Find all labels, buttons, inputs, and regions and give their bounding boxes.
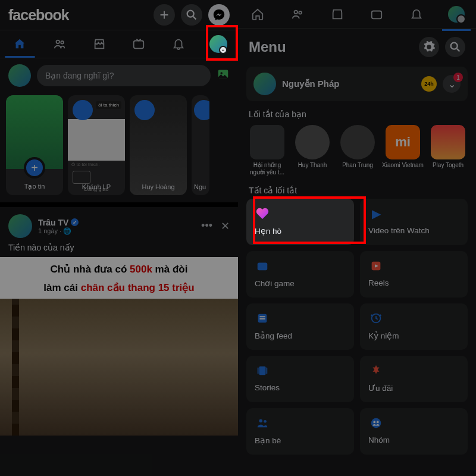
user-avatar[interactable]	[8, 64, 31, 87]
tab-marketplace[interactable]	[329, 8, 346, 21]
story-label: Huy Hoàng	[130, 183, 187, 190]
compose-input[interactable]: Bạn đang nghĩ gì?	[37, 65, 211, 86]
svg-point-5	[220, 72, 223, 74]
right-top-tabs	[238, 0, 476, 29]
shortcuts-row[interactable]: Hội những người yêu t... Huy Thanh Phan …	[238, 123, 476, 182]
svg-point-20	[264, 420, 267, 423]
shortcut-item[interactable]: miXiaomi Vietnam	[382, 125, 424, 176]
tab-menu-avatar[interactable]: ≡	[198, 30, 238, 58]
card-friends[interactable]: Bạn bè	[246, 408, 354, 455]
svg-rect-10	[258, 263, 268, 271]
post-time: 1 ngày · 🌐	[38, 227, 79, 235]
tab-friends[interactable]	[40, 30, 80, 58]
svg-rect-18	[266, 368, 267, 374]
post-more-button[interactable]: •••	[201, 220, 212, 233]
photo-button[interactable]	[217, 67, 230, 84]
card-stories[interactable]: Stories	[246, 356, 354, 402]
shortcut-item[interactable]: Phan Trung	[337, 125, 378, 176]
svg-point-2	[61, 41, 64, 44]
story-label: Ngu	[194, 183, 209, 190]
search-button[interactable]	[181, 4, 202, 26]
svg-point-6	[294, 10, 298, 13]
create-button[interactable]	[154, 4, 175, 26]
heart-icon	[255, 206, 270, 221]
stories-row[interactable]: + Tạo tin ôi ta thích Ô tô tôi thích: Đa…	[0, 93, 238, 202]
svg-rect-17	[258, 368, 259, 374]
tab-menu[interactable]	[448, 6, 465, 23]
notification-badge: 1	[453, 73, 463, 82]
card-feed[interactable]: Bảng feed	[246, 303, 354, 350]
watch-icon: ▶	[368, 206, 384, 221]
section-all-label: Tất cả lối tắt	[238, 182, 476, 199]
story-item[interactable]: ôi ta thích Ô tô tôi thích: Đang giao Kh…	[68, 95, 125, 195]
svg-point-23	[377, 421, 379, 423]
shortcut-item[interactable]: Hội những người yêu t...	[246, 125, 288, 176]
tab-home[interactable]	[0, 30, 40, 58]
card-groups[interactable]: Nhóm	[360, 408, 468, 455]
card-memories[interactable]: Kỷ niệm	[360, 303, 468, 350]
plus-icon: +	[24, 157, 45, 178]
svg-point-9	[451, 43, 458, 49]
svg-rect-3	[134, 41, 144, 49]
photo-icon	[217, 67, 230, 80]
card-offers[interactable]: Ưu đãi	[360, 356, 468, 402]
post-image[interactable]: Chủ nhà đưa có 500k mà đòi làm cái chân …	[0, 257, 238, 436]
svg-rect-13	[259, 316, 265, 317]
game-icon	[255, 258, 270, 274]
home-icon	[251, 8, 264, 21]
card-dating[interactable]: Hẹn hò	[246, 199, 354, 245]
composer-row: Bạn đang nghĩ gì?	[0, 58, 238, 93]
store-icon	[93, 37, 106, 51]
story-create[interactable]: + Tạo tin	[6, 95, 63, 195]
expand-button[interactable]: ⌄1	[443, 75, 461, 93]
tab-notifications[interactable]	[159, 30, 199, 58]
user-card[interactable]: Nguyễn Pháp 24h ⌄1	[246, 67, 468, 101]
card-gaming[interactable]: Chơi game	[246, 251, 354, 298]
settings-button[interactable]	[419, 37, 439, 57]
left-tabs: ≡	[0, 30, 238, 58]
post-close-button[interactable]: ✕	[221, 220, 230, 233]
home-icon	[13, 37, 26, 51]
tab-watch[interactable]	[368, 8, 385, 21]
reels-icon	[368, 258, 384, 274]
card-watch[interactable]: ▶ Video trên Watch	[360, 199, 468, 245]
shortcut-item[interactable]: Play Togeth	[427, 125, 469, 176]
friends-icon	[53, 37, 66, 51]
messenger-button[interactable]	[208, 4, 230, 26]
post-author-avatar[interactable]	[8, 214, 32, 238]
story-item[interactable]: Huy Hoàng	[130, 95, 187, 195]
watch-icon	[370, 8, 383, 21]
menu-title: Menu	[249, 39, 286, 55]
store-icon	[331, 8, 344, 21]
story-item[interactable]: Ngu	[192, 95, 209, 195]
gear-icon	[422, 40, 436, 54]
shortcut-item[interactable]: Huy Thanh	[292, 125, 333, 176]
tab-notifications[interactable]	[408, 8, 425, 21]
left-top-bar: facebook	[0, 0, 238, 30]
watch-icon	[132, 37, 145, 51]
section-shortcuts-label: Lối tắt của bạn	[238, 106, 476, 123]
svg-point-1	[57, 40, 60, 44]
svg-rect-8	[372, 11, 382, 18]
story-label: Khánh LP	[68, 183, 125, 190]
facebook-logo[interactable]: facebook	[8, 7, 148, 24]
tab-marketplace[interactable]	[79, 30, 119, 58]
tab-watch[interactable]	[119, 30, 159, 58]
search-button[interactable]	[445, 37, 465, 57]
bell-icon	[172, 37, 185, 51]
card-reels[interactable]: Reels	[360, 251, 468, 298]
tab-home[interactable]	[249, 8, 266, 21]
stories-icon	[255, 363, 270, 378]
tab-friends[interactable]	[289, 8, 306, 21]
verified-icon: ✓	[71, 218, 79, 226]
menu-header: Menu	[238, 29, 476, 62]
search-icon	[185, 8, 198, 21]
svg-point-7	[299, 11, 302, 14]
svg-point-21	[371, 418, 381, 428]
feed-post: Trâu TV✓ 1 ngày · 🌐 ••• ✕ Tiền nào của n…	[0, 202, 238, 436]
svg-point-22	[373, 421, 375, 423]
bell-icon	[410, 8, 423, 21]
menu-grid: Hẹn hò ▶ Video trên Watch Chơi game Reel…	[238, 199, 476, 455]
post-author-name[interactable]: Trâu TV✓	[38, 218, 79, 227]
friends-icon	[291, 8, 304, 21]
